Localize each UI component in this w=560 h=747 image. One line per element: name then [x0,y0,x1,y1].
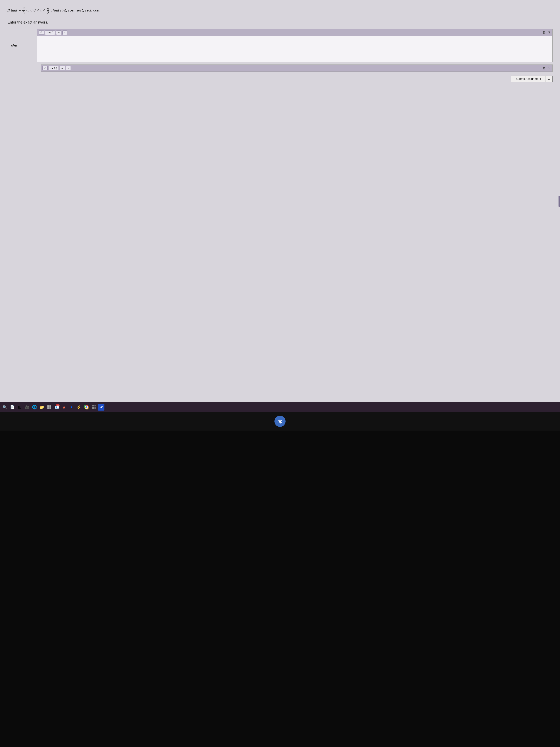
edge-icon: 🌐 [32,405,37,410]
problem-middle: and 0 < t < [26,8,46,12]
taskbar-apps[interactable]: ⊞ [16,404,23,411]
problem-suffix: , find sint, cost, sect, csct, cott. [51,8,100,12]
taskbar-windows-grid[interactable] [46,404,53,411]
taskbar-grid[interactable] [90,404,97,411]
taskbar: 🔍 📄 ⊞ 🎥 🌐 📁 📧 99+ a ✦ ⚡ [0,403,560,412]
anki-icon: a [63,405,65,409]
svg-rect-3 [49,407,51,409]
answer-block: sint = aᵇ sin (a) ∞ α 🗑 ? [41,29,553,72]
bottom-toolbar-inf-btn[interactable]: ∞ [60,66,65,70]
svg-rect-14 [95,408,96,409]
sidebar-handle[interactable] [559,196,560,207]
fraction-pi-2: π 2 [47,6,49,15]
sin-t-input-field[interactable] [37,36,553,62]
bottom-toolbar-delete-btn[interactable]: 🗑 [542,66,546,70]
search-icon: 🔍 [3,405,7,409]
svg-rect-2 [47,407,49,409]
svg-rect-1 [49,405,51,407]
svg-rect-7 [93,405,94,407]
dropbox-icon: ✦ [70,405,73,409]
svg-rect-12 [92,408,93,409]
bolt-icon: ⚡ [77,405,81,410]
sin-t-row: sint = aᵇ sin (a) ∞ α 🗑 ? [41,29,553,62]
sin-t-input-container: aᵇ sin (a) ∞ α 🗑 ? [37,29,553,62]
camera-icon: 🎥 [25,405,29,409]
taskbar-chrome[interactable] [83,404,90,411]
enter-answers-label: Enter the exact answers. [7,20,553,24]
top-toolbar: aᵇ sin (a) ∞ α 🗑 ? [37,29,553,36]
submit-row: Submit Assignment Q [7,76,553,82]
svg-rect-11 [95,407,96,408]
bottom-toolbar-ab-btn[interactable]: aᵇ [43,66,48,70]
problem-statement: If tant = 4 3 and 0 < t < π 2 , find sin… [7,6,553,15]
main-content: If tant = 4 3 and 0 < t < π 2 , find sin… [0,0,560,403]
taskbar-folder[interactable]: 📁 [38,404,45,411]
q-button[interactable]: Q [546,76,553,82]
toolbar-alpha-btn[interactable]: α [62,30,67,35]
fraction-4-3: 4 3 [22,6,25,15]
taskbar-word[interactable]: W [98,404,104,411]
toolbar-help-btn[interactable]: ? [548,30,551,35]
second-input-container: aᵇ sin (a) ∞ α 🗑 ? [41,65,553,72]
svg-rect-9 [92,407,93,408]
taskbar-anki[interactable]: a [61,404,68,411]
svg-rect-13 [93,408,94,409]
bottom-toolbar: aᵇ sin (a) ∞ α 🗑 ? [41,65,553,72]
taskbar-search[interactable]: 🔍 [1,404,8,411]
taskbar-camera[interactable]: 🎥 [24,404,30,411]
taskbar-files[interactable]: 📄 [9,404,16,411]
word-icon: W [100,405,103,409]
folder-icon: 📁 [39,405,44,409]
svg-rect-6 [92,405,93,407]
sin-t-label: sint = [11,43,33,48]
bottom-toolbar-alpha-btn[interactable]: α [66,66,71,70]
svg-rect-0 [47,405,49,407]
taskbar-edge[interactable]: 🌐 [31,404,38,411]
bottom-toolbar-sin-btn[interactable]: sin (a) [49,66,58,70]
taskbar-bolt[interactable]: ⚡ [76,404,82,411]
taskbar-dropbox[interactable]: ✦ [68,404,75,411]
toolbar-sin-btn[interactable]: sin (a) [45,30,55,35]
second-toolbar-row: aᵇ sin (a) ∞ α 🗑 ? [41,65,553,72]
taskbar-mail[interactable]: 📧 99+ [53,404,60,411]
hp-logo-area: hp [0,412,560,431]
problem-prefix: If tant = [7,8,22,12]
toolbar-ab-btn[interactable]: aᵇ [39,30,44,35]
files-icon: 📄 [10,405,15,409]
svg-rect-10 [93,407,94,408]
grid-icon [92,405,96,409]
windows-grid-icon [47,405,51,409]
svg-rect-8 [95,405,96,407]
submit-assignment-button[interactable]: Submit Assignment [511,76,546,82]
bottom-toolbar-help-btn[interactable]: ? [548,66,551,70]
mail-badge: 99+ [56,404,60,406]
apps-icon: ⊞ [18,405,21,410]
toolbar-inf-btn[interactable]: ∞ [56,30,61,35]
chrome-icon [84,405,88,409]
toolbar-delete-btn[interactable]: 🗑 [542,30,546,35]
bottom-black-area [0,431,560,747]
hp-logo: hp [274,416,286,427]
